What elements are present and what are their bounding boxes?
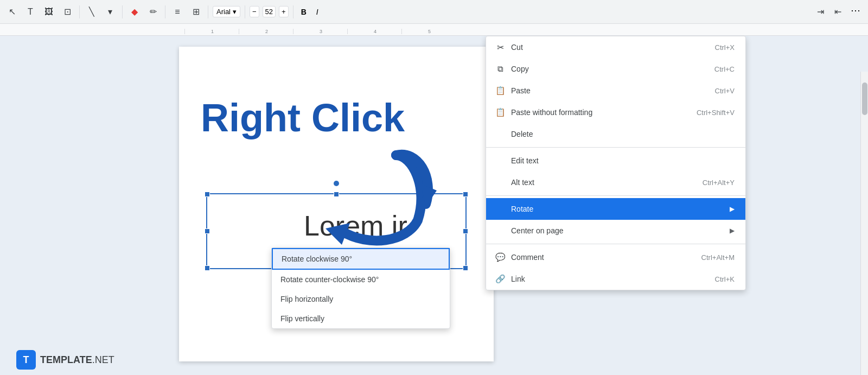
paste-no-format-icon: 📋 (495, 107, 506, 118)
menu-sep-2 (486, 195, 745, 196)
ruler-marks: 1 2 3 4 5 (184, 29, 456, 35)
align-right-icon[interactable]: ⇥ (813, 4, 828, 20)
handle-bottom-right[interactable] (463, 265, 468, 271)
toolbar: ↖ T 🖼 ⊡ ╲ ▾ ◆ ✏ ≡ ⊞ Arial ▾ − 52 + B I ⇥… (0, 0, 868, 24)
menu-item-delete[interactable]: Delete (486, 123, 745, 145)
handle-left[interactable] (205, 228, 210, 234)
menu-item-edit-text[interactable]: Edit text (486, 150, 745, 171)
ruler-mark-4: 4 (347, 29, 401, 34)
menu-edit-text-label: Edit text (511, 156, 539, 165)
menu-item-paste-no-format[interactable]: 📋 Paste without formatting Ctrl+Shift+V (486, 101, 745, 123)
copy-shortcut: Ctrl+C (714, 65, 735, 73)
menu-item-copy[interactable]: ⧉ Copy Ctrl+C (486, 58, 745, 80)
line-options-icon[interactable]: ▾ (103, 4, 118, 20)
table-icon[interactable]: ⊞ (188, 4, 203, 20)
menu-item-rotate[interactable]: Rotate ▶ (486, 198, 745, 220)
canvas-area: Right Click Lorem ir (0, 36, 868, 375)
edit-text-icon (495, 155, 506, 166)
italic-button[interactable]: I (313, 7, 322, 17)
template-logo-icon: T (16, 350, 36, 370)
flip-v-label: Flip vertically (280, 314, 324, 323)
menu-paste-no-format-label: Paste without formatting (511, 108, 592, 117)
paste-icon: 📋 (495, 85, 506, 96)
bold-button[interactable]: B (298, 7, 310, 17)
paste-shortcut: Ctrl+V (715, 87, 735, 95)
scrollbar-thumb[interactable] (862, 82, 867, 115)
toolbar-sep-4 (208, 5, 208, 18)
submenu-item-flip-h[interactable]: Flip horizontally (272, 289, 450, 309)
menu-item-link-left: 🔗 Link (495, 274, 525, 284)
font-size-value: 52 (265, 8, 273, 16)
link-icon: 🔗 (495, 274, 506, 284)
text-tool-icon[interactable]: T (23, 4, 38, 20)
paragraph-icon[interactable]: ≡ (170, 4, 185, 20)
font-selector[interactable]: Arial ▾ (213, 6, 240, 17)
handle-top-left[interactable] (205, 192, 210, 197)
select-tool-icon[interactable]: ↖ (4, 4, 20, 20)
scrollbar-right[interactable] (860, 72, 868, 375)
menu-item-comment-left: 💬 Comment (495, 252, 544, 263)
toolbar-sep-5 (245, 5, 245, 18)
alt-text-shortcut: Ctrl+Alt+Y (703, 179, 735, 187)
comment-shortcut: Ctrl+Alt+M (701, 253, 735, 262)
cut-shortcut: Ctrl+X (715, 43, 735, 52)
menu-copy-label: Copy (511, 65, 529, 73)
handle-right[interactable] (463, 228, 468, 234)
menu-alt-text-label: Alt text (511, 178, 534, 187)
paste-no-format-shortcut: Ctrl+Shift+V (697, 109, 735, 117)
menu-item-comment[interactable]: 💬 Comment Ctrl+Alt+M (486, 246, 745, 268)
toolbar-sep-3 (165, 5, 165, 18)
rotate-submenu: Rotate clockwise 90° Rotate counter-cloc… (271, 247, 450, 329)
line-tool-icon[interactable]: ╲ (84, 4, 99, 20)
crop-tool-icon[interactable]: ⊡ (60, 4, 75, 20)
menu-paste-label: Paste (511, 86, 531, 95)
submenu-item-rotate-cw[interactable]: Rotate clockwise 90° (272, 248, 450, 270)
menu-item-cut-left: ✂ Cut (495, 42, 523, 53)
font-size-input[interactable]: 52 (263, 6, 276, 17)
menu-item-rotate-left: Rotate (495, 204, 533, 214)
toolbar-right: ⇥ ⇤ ⋯ (813, 4, 864, 20)
handle-top-right[interactable] (463, 192, 468, 197)
menu-delete-label: Delete (511, 130, 533, 138)
template-ext: .NET (92, 354, 114, 365)
handle-bottom-left[interactable] (205, 265, 210, 271)
font-size-decrease[interactable]: − (250, 6, 259, 17)
comment-icon: 💬 (495, 252, 506, 263)
image-tool-icon[interactable]: 🖼 (41, 4, 56, 20)
align-left-icon[interactable]: ⇤ (830, 4, 845, 20)
menu-item-link[interactable]: 🔗 Link Ctrl+K (486, 268, 745, 290)
more-options-button[interactable]: ⋯ (847, 4, 864, 20)
rotate-ccw-label: Rotate counter-clockwise 90° (280, 275, 379, 284)
menu-item-paste[interactable]: 📋 Paste Ctrl+V (486, 80, 745, 101)
ruler-mark-5: 5 (401, 29, 456, 34)
menu-rotate-label: Rotate (511, 205, 533, 213)
menu-sep-1 (486, 147, 745, 148)
template-name: TEMPLATE (40, 354, 92, 365)
alt-text-icon (495, 177, 506, 188)
rotate-cw-label: Rotate clockwise 90° (282, 255, 352, 263)
menu-item-alt-text-left: Alt text (495, 177, 534, 188)
center-submenu-arrow: ▶ (730, 227, 735, 234)
flip-h-label: Flip horizontally (280, 295, 333, 303)
toolbar-sep-1 (79, 5, 80, 18)
plus-icon: + (282, 8, 286, 16)
menu-item-center-on-page[interactable]: Center on page ▶ (486, 220, 745, 241)
fill-tool-icon[interactable]: ◆ (127, 4, 142, 20)
toolbar-sep-6 (293, 5, 293, 18)
ruler-mark-2: 2 (239, 29, 293, 34)
ruler-mark-3: 3 (293, 29, 347, 34)
submenu-item-flip-v[interactable]: Flip vertically (272, 309, 450, 328)
submenu-item-rotate-ccw[interactable]: Rotate counter-clockwise 90° (272, 270, 450, 289)
toolbar-sep-2 (122, 5, 123, 18)
menu-item-edit-text-left: Edit text (495, 155, 539, 166)
menu-item-copy-left: ⧉ Copy (495, 63, 529, 74)
font-dropdown-icon: ▾ (233, 8, 237, 16)
ruler: 1 2 3 4 5 (0, 24, 868, 36)
menu-item-paste-left: 📋 Paste (495, 85, 531, 96)
rotate-icon (495, 204, 506, 214)
main-context-menu: ✂ Cut Ctrl+X ⧉ Copy Ctrl+C 📋 Paste Ctrl+… (486, 36, 746, 290)
menu-item-alt-text[interactable]: Alt text Ctrl+Alt+Y (486, 171, 745, 193)
font-size-increase[interactable]: + (279, 6, 289, 17)
menu-item-cut[interactable]: ✂ Cut Ctrl+X (486, 36, 745, 58)
pen-tool-icon[interactable]: ✏ (145, 4, 161, 20)
